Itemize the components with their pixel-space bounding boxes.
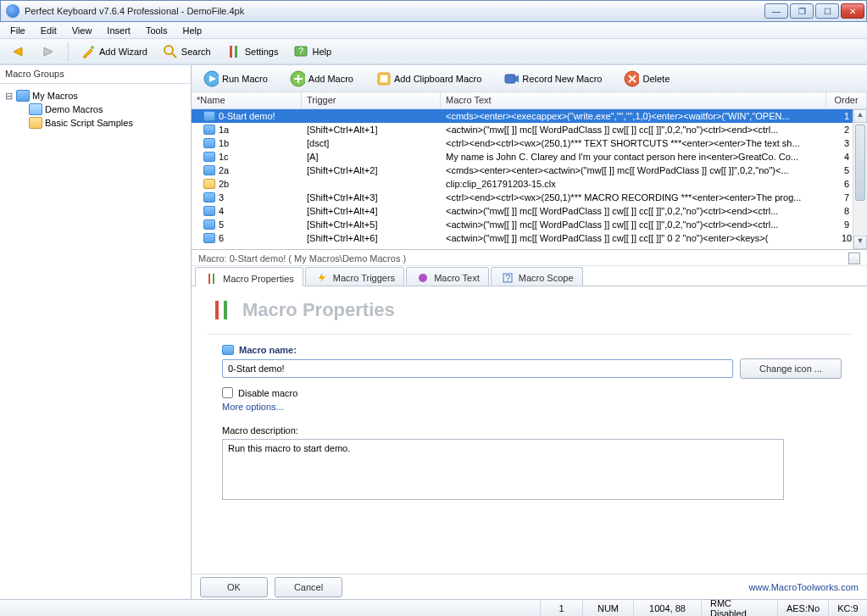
- section-heading: Macro Properties: [242, 299, 395, 321]
- menu-edit[interactable]: Edit: [34, 24, 64, 37]
- svg-point-1: [164, 46, 173, 54]
- action-toolbar: Run Macro Add Macro Add Clipboard Macro …: [192, 65, 867, 92]
- tree-root[interactable]: ⊟ My Macros: [3, 89, 187, 103]
- title-bar: Perfect Keyboard v7.6.4 Professional - D…: [0, 0, 867, 22]
- status-index: 1: [541, 600, 583, 616]
- add-wizard-button[interactable]: Add Wizard: [75, 42, 153, 61]
- table-row[interactable]: 1a[Shift+Ctrl+Alt+1]<actwin>("mw[[ ]] mc…: [192, 123, 867, 136]
- row-trigger: [Shift+Ctrl+Alt+6]: [302, 233, 441, 243]
- details-tabs: Macro Properties Macro Triggers Macro Te…: [192, 266, 867, 286]
- svg-point-15: [419, 274, 427, 282]
- menu-tools[interactable]: Tools: [139, 24, 175, 37]
- record-label: Record New Macro: [522, 74, 602, 84]
- macro-name-input[interactable]: [222, 359, 733, 378]
- tree-item-demo-macros[interactable]: Demo Macros: [29, 103, 187, 116]
- tab-macro-properties[interactable]: Macro Properties: [195, 267, 303, 286]
- status-bar: 1 NUM 1004, 88 RMC Disabled AES:No KC:9: [0, 599, 867, 616]
- row-name: 3: [219, 192, 224, 203]
- row-text: <actwin>("mw[[ ]] mc[[ WordPadClass ]] c…: [441, 219, 826, 230]
- table-row[interactable]: 1b[dsct]<ctrl><end><ctrl><wx>(250,1)*** …: [192, 136, 867, 150]
- details-panel: Macro: 0-Start demo! ( My Macros\Demo Ma…: [192, 250, 867, 599]
- row-icon: [203, 111, 215, 121]
- record-macro-button[interactable]: Record New Macro: [498, 69, 607, 88]
- table-row[interactable]: 0-Start demo!<cmds><enter><execappex>("w…: [192, 109, 867, 123]
- forward-button[interactable]: [36, 42, 61, 61]
- group-icon: [16, 90, 30, 102]
- search-button[interactable]: Search: [158, 42, 216, 61]
- row-text: <ctrl><end><ctrl><wx>(250,1)*** MACRO RE…: [441, 192, 826, 203]
- triggers-icon: [314, 270, 330, 286]
- row-name: 1c: [219, 152, 229, 162]
- row-icon: [203, 179, 215, 189]
- scroll-down-icon[interactable]: ▼: [853, 236, 867, 249]
- delete-icon: [624, 71, 639, 86]
- menu-insert[interactable]: Insert: [100, 24, 137, 37]
- properties-icon: [204, 271, 220, 286]
- disable-macro-input[interactable]: [222, 387, 233, 398]
- description-textarea[interactable]: Run this macro to start demo.: [222, 439, 784, 500]
- help-button[interactable]: ? Help: [288, 42, 336, 61]
- delete-label: Delete: [642, 74, 670, 84]
- table-row[interactable]: 2bclip:clip_261791203-15.clx6: [192, 177, 867, 191]
- tab-label: Macro Triggers: [333, 273, 395, 283]
- tab-macro-scope[interactable]: ? Macro Scope: [491, 267, 583, 286]
- maximize-button[interactable]: ☐: [815, 3, 839, 19]
- row-text: <cmds><enter><execappex>("write.exe","",…: [441, 111, 826, 121]
- change-icon-button[interactable]: Change icon ...: [740, 358, 842, 379]
- more-options-link[interactable]: More options...: [222, 402, 852, 412]
- tab-label: Macro Properties: [223, 274, 294, 284]
- table-row[interactable]: 6[Shift+Ctrl+Alt+6]<actwin>("mw[[ ]] mc[…: [192, 231, 867, 245]
- table-row[interactable]: 3[Shift+Ctrl+Alt+3]<ctrl><end><ctrl><wx>…: [192, 191, 867, 204]
- minimize-button[interactable]: —: [764, 3, 788, 19]
- col-trigger[interactable]: Trigger: [302, 92, 441, 108]
- scroll-thumb[interactable]: [855, 125, 865, 201]
- add-clipboard-macro-button[interactable]: Add Clipboard Macro: [370, 69, 486, 88]
- svg-rect-3: [230, 46, 232, 58]
- col-text[interactable]: Macro Text: [441, 92, 826, 108]
- table-row[interactable]: 2a[Shift+Ctrl+Alt+2]<cmds><enter><enter>…: [192, 164, 867, 177]
- sidebar: Macro Groups ⊟ My Macros Demo Macros Bas…: [0, 65, 192, 599]
- col-order[interactable]: Order: [826, 92, 867, 108]
- menu-help[interactable]: Help: [176, 24, 209, 37]
- cancel-button[interactable]: Cancel: [275, 577, 342, 597]
- restore-button[interactable]: ❐: [790, 3, 814, 19]
- macro-groups-tree: ⊟ My Macros Demo Macros Basic Script Sam…: [0, 84, 191, 599]
- add-macro-button[interactable]: Add Macro: [285, 69, 358, 88]
- record-icon: [503, 71, 519, 86]
- tab-macro-triggers[interactable]: Macro Triggers: [305, 267, 404, 286]
- menu-view[interactable]: View: [65, 24, 99, 37]
- collapse-icon[interactable]: ⊟: [3, 91, 14, 102]
- tree-item-basic-script[interactable]: Basic Script Samples: [29, 116, 187, 130]
- row-name: 2b: [219, 179, 229, 189]
- description-label: Macro description:: [222, 425, 852, 436]
- col-name[interactable]: *Name: [192, 92, 302, 108]
- row-name: 2a: [219, 165, 229, 175]
- svg-rect-18: [215, 301, 219, 319]
- scroll-up-icon[interactable]: ▲: [853, 109, 867, 123]
- row-icon: [203, 138, 215, 148]
- disable-macro-checkbox[interactable]: Disable macro: [222, 387, 852, 398]
- svg-rect-19: [224, 301, 227, 319]
- run-macro-button[interactable]: Run Macro: [198, 69, 273, 88]
- restore-panel-icon[interactable]: [848, 253, 860, 264]
- table-row[interactable]: 1c[A]My name is John C. Clarey and I'm y…: [192, 150, 867, 164]
- scrollbar[interactable]: ▲ ▼: [853, 109, 867, 249]
- play-icon: [203, 71, 219, 86]
- back-button[interactable]: [5, 42, 31, 61]
- table-row[interactable]: 5[Shift+Ctrl+Alt+5]<actwin>("mw[[ ]] mc[…: [192, 218, 867, 231]
- row-icon: [203, 192, 215, 203]
- delete-button[interactable]: Delete: [619, 69, 675, 88]
- close-button[interactable]: ✕: [841, 3, 864, 19]
- settings-button[interactable]: Settings: [221, 42, 284, 61]
- status-rmc: RMC Disabled: [702, 600, 778, 616]
- ok-button[interactable]: OK: [200, 577, 268, 597]
- folder-icon: [29, 117, 42, 129]
- row-trigger: [Shift+Ctrl+Alt+5]: [302, 219, 441, 230]
- tab-label: Macro Scope: [519, 273, 574, 283]
- website-link[interactable]: www.MacroToolworks.com: [748, 582, 859, 592]
- row-trigger: [Shift+Ctrl+Alt+3]: [302, 192, 441, 203]
- description-value: Run this macro to start demo.: [228, 443, 350, 453]
- tab-macro-text[interactable]: Macro Text: [406, 267, 489, 286]
- table-row[interactable]: 4[Shift+Ctrl+Alt+4]<actwin>("mw[[ ]] mc[…: [192, 204, 867, 218]
- menu-file[interactable]: File: [3, 24, 32, 37]
